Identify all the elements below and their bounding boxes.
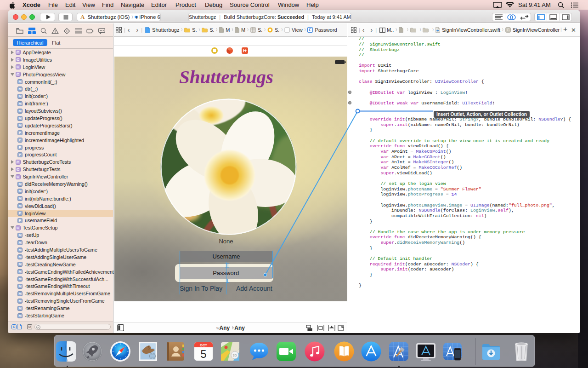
svg-text:5: 5	[200, 348, 206, 360]
svg-text:3D: 3D	[233, 354, 237, 357]
svg-text:OCT: OCT	[200, 343, 207, 347]
svg-text:C: C	[507, 28, 509, 32]
svg-text:F: F	[309, 28, 312, 32]
svg-text:C: C	[13, 325, 16, 329]
svg-text:M: M	[28, 325, 31, 329]
